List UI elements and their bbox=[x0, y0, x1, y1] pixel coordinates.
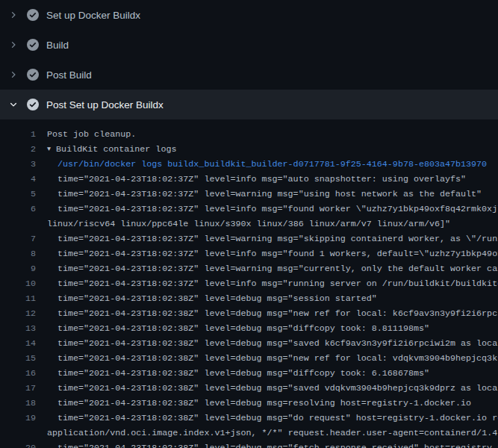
step-title: Post Build bbox=[46, 69, 92, 81]
log-line-text: time="2021-04-23T18:02:37Z" level=warnin… bbox=[36, 261, 498, 276]
log-line-text: application/vnd.oci.image.index.v1+json,… bbox=[36, 426, 498, 441]
log-line-text: time="2021-04-23T18:02:37Z" level=warnin… bbox=[36, 231, 498, 246]
step-header-post-set-up-docker-buildx[interactable]: Post Set up Docker Buildx bbox=[0, 90, 498, 119]
log-line-number[interactable]: 9 bbox=[0, 261, 36, 276]
log-line-text: time="2021-04-23T18:02:37Z" level=warnin… bbox=[36, 187, 482, 202]
log-line-number[interactable]: 4 bbox=[0, 172, 36, 187]
log-line-text: time="2021-04-23T18:02:38Z" level=debug … bbox=[36, 306, 498, 321]
job-log-viewer: Set up Docker BuildxBuildPost BuildPost … bbox=[0, 0, 498, 448]
log-line: 13time="2021-04-23T18:02:38Z" level=debu… bbox=[0, 321, 498, 336]
log-line: 20time="2021-04-23T18:02:38Z" level=debu… bbox=[0, 441, 498, 448]
check-circle-icon bbox=[27, 99, 39, 111]
log-line-text: time="2021-04-23T18:02:37Z" level=info m… bbox=[36, 202, 498, 217]
log-line-number[interactable]: 12 bbox=[0, 306, 36, 321]
log-line-number[interactable]: 5 bbox=[0, 187, 36, 202]
chevron-down-icon bbox=[7, 99, 19, 111]
log-line-number[interactable]: 7 bbox=[0, 231, 36, 246]
step-header-build[interactable]: Build bbox=[0, 30, 498, 60]
log-line: linux/riscv64 linux/ppc64le linux/s390x … bbox=[0, 217, 498, 231]
check-circle-icon bbox=[27, 9, 39, 21]
log-line: 1Post job cleanup. bbox=[0, 127, 498, 142]
chevron-right-icon bbox=[7, 69, 19, 81]
log-line-text: time="2021-04-23T18:02:38Z" level=debug … bbox=[36, 291, 377, 306]
log-line: 9time="2021-04-23T18:02:37Z" level=warni… bbox=[0, 261, 498, 276]
log-line: 6time="2021-04-23T18:02:37Z" level=info … bbox=[0, 202, 498, 217]
log-line-number[interactable]: 11 bbox=[0, 291, 36, 306]
log-line-number[interactable]: 8 bbox=[0, 246, 36, 261]
log-line-number[interactable]: 10 bbox=[0, 276, 36, 291]
log-area: 1Post job cleanup.2▼BuildKit container l… bbox=[0, 119, 498, 448]
log-line-text: time="2021-04-23T18:02:38Z" level=debug … bbox=[36, 366, 429, 381]
log-line-text: time="2021-04-23T18:02:38Z" level=debug … bbox=[36, 321, 429, 336]
log-line: 3/usr/bin/docker logs buildx_buildkit_bu… bbox=[0, 157, 498, 172]
log-line: 16time="2021-04-23T18:02:38Z" level=debu… bbox=[0, 366, 498, 381]
log-line: 10time="2021-04-23T18:02:37Z" level=info… bbox=[0, 276, 498, 291]
log-line: 19time="2021-04-23T18:02:38Z" level=debu… bbox=[0, 411, 498, 426]
step-title: Post Set up Docker Buildx bbox=[46, 99, 164, 111]
log-line-number[interactable]: 17 bbox=[0, 381, 36, 396]
log-line-text: Post job cleanup. bbox=[36, 127, 136, 142]
step-header-post-build[interactable]: Post Build bbox=[0, 60, 498, 90]
log-line: 14time="2021-04-23T18:02:38Z" level=debu… bbox=[0, 336, 498, 351]
log-group-label[interactable]: BuildKit container logs bbox=[56, 144, 176, 155]
log-line-number bbox=[0, 426, 36, 441]
log-line: application/vnd.oci.image.index.v1+json,… bbox=[0, 426, 498, 441]
log-line-text: time="2021-04-23T18:02:38Z" level=debug … bbox=[36, 381, 498, 396]
log-line-text: time="2021-04-23T18:02:38Z" level=debug … bbox=[36, 411, 498, 426]
log-line-text: ▼BuildKit container logs bbox=[36, 142, 176, 157]
chevron-right-icon bbox=[7, 39, 19, 51]
log-line-text: linux/riscv64 linux/ppc64le linux/s390x … bbox=[36, 217, 450, 231]
chevron-right-icon bbox=[7, 9, 19, 21]
log-line-number[interactable]: 14 bbox=[0, 336, 36, 351]
log-line-number[interactable]: 3 bbox=[0, 157, 36, 172]
log-line-number[interactable]: 1 bbox=[0, 127, 36, 142]
log-line: 12time="2021-04-23T18:02:38Z" level=debu… bbox=[0, 306, 498, 321]
step-title: Build bbox=[46, 40, 69, 51]
log-line: 8time="2021-04-23T18:02:37Z" level=info … bbox=[0, 246, 498, 261]
log-line-number[interactable]: 2 bbox=[0, 142, 36, 157]
log-line: 7time="2021-04-23T18:02:37Z" level=warni… bbox=[0, 231, 498, 246]
group-collapse-icon[interactable]: ▼ bbox=[47, 142, 51, 157]
log-line-number[interactable]: 19 bbox=[0, 411, 36, 426]
log-command-text: /usr/bin/docker logs buildx_buildkit_bui… bbox=[36, 157, 487, 172]
log-line-number[interactable]: 15 bbox=[0, 351, 36, 366]
log-line: 2▼BuildKit container logs bbox=[0, 142, 498, 157]
log-line: 5time="2021-04-23T18:02:37Z" level=warni… bbox=[0, 187, 498, 202]
log-line-text: time="2021-04-23T18:02:38Z" level=debug … bbox=[36, 351, 498, 366]
log-line-number[interactable]: 20 bbox=[0, 441, 36, 448]
log-line-text: time="2021-04-23T18:02:37Z" level=info m… bbox=[36, 172, 466, 187]
log-line-number bbox=[0, 217, 36, 231]
step-title: Set up Docker Buildx bbox=[46, 10, 140, 21]
log-line-number[interactable]: 18 bbox=[0, 396, 36, 411]
steps-list: Set up Docker BuildxBuildPost BuildPost … bbox=[0, 0, 498, 119]
log-line-number[interactable]: 13 bbox=[0, 321, 36, 336]
log-line-number[interactable]: 6 bbox=[0, 202, 36, 217]
step-header-set-up-docker-buildx[interactable]: Set up Docker Buildx bbox=[0, 0, 498, 30]
log-line-text: time="2021-04-23T18:02:38Z" level=debug … bbox=[36, 336, 498, 351]
log-line: 15time="2021-04-23T18:02:38Z" level=debu… bbox=[0, 351, 498, 366]
check-circle-icon bbox=[27, 69, 39, 81]
log-line: 17time="2021-04-23T18:02:38Z" level=debu… bbox=[0, 381, 498, 396]
log-line-text: time="2021-04-23T18:02:38Z" level=debug … bbox=[36, 441, 498, 448]
log-line-text: time="2021-04-23T18:02:37Z" level=info m… bbox=[36, 246, 498, 261]
log-line-text: time="2021-04-23T18:02:37Z" level=info m… bbox=[36, 276, 498, 291]
check-circle-icon bbox=[27, 39, 39, 51]
log-line-text: time="2021-04-23T18:02:38Z" level=debug … bbox=[36, 396, 471, 411]
log-line: 11time="2021-04-23T18:02:38Z" level=debu… bbox=[0, 291, 498, 306]
log-line-number[interactable]: 16 bbox=[0, 366, 36, 381]
log-line: 4time="2021-04-23T18:02:37Z" level=info … bbox=[0, 172, 498, 187]
log-line: 18time="2021-04-23T18:02:38Z" level=debu… bbox=[0, 396, 498, 411]
